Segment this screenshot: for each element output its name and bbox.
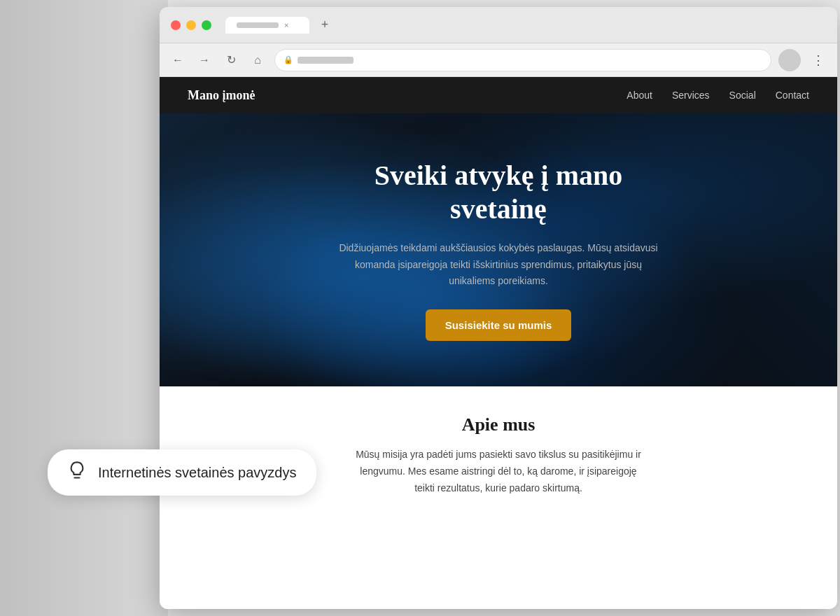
close-traffic-light[interactable]: [171, 20, 181, 30]
url-text: [298, 57, 354, 64]
hero-title: Sveiki atvykę į mano svetainę: [330, 159, 666, 226]
site-logo: Mano įmonė: [188, 88, 255, 103]
hero-subtitle: Didžiuojamės teikdami aukščiausios kokyb…: [330, 240, 666, 290]
lock-icon: 🔒: [284, 55, 293, 64]
nav-contact[interactable]: Contact: [776, 90, 809, 101]
browser-window: × + ← → ↻ ⌂ 🔒 ⋮ Mano įmonė About Service…: [160, 7, 837, 609]
about-title: Apie mus: [174, 414, 823, 435]
browser-tab[interactable]: ×: [225, 17, 309, 34]
minimize-traffic-light[interactable]: [186, 20, 196, 30]
reload-button[interactable]: ↻: [221, 50, 241, 70]
hero-content: Sveiki atvykę į mano svetainę Didžiuojam…: [316, 159, 680, 341]
hero-section: Sveiki atvykę į mano svetainę Didžiuojam…: [160, 113, 837, 386]
site-nav-links: About Services Social Contact: [626, 89, 809, 102]
tooltip-text: Internetinės svetainės pavyzdys: [98, 465, 297, 481]
tab-bar: × +: [225, 15, 826, 35]
title-bar: × +: [160, 7, 837, 43]
site-navigation: Mano įmonė About Services Social Contact: [160, 77, 837, 113]
home-button[interactable]: ⌂: [248, 50, 267, 70]
back-button[interactable]: ←: [168, 50, 188, 70]
tab-close-button[interactable]: ×: [284, 21, 288, 29]
nav-social[interactable]: Social: [729, 90, 756, 101]
nav-about[interactable]: About: [626, 90, 652, 101]
profile-button[interactable]: [778, 49, 801, 71]
forward-button[interactable]: →: [195, 50, 214, 70]
about-text: Mūsų misija yra padėti jums pasiekti sav…: [351, 447, 645, 496]
hero-cta-button[interactable]: Susisiekite su mumis: [426, 309, 572, 341]
maximize-traffic-light[interactable]: [202, 20, 211, 30]
nav-services[interactable]: Services: [672, 90, 710, 101]
tab-label: [237, 22, 279, 28]
url-bar[interactable]: 🔒: [274, 49, 771, 71]
traffic-lights: [171, 20, 211, 30]
tooltip-overlay: Internetinės svetainės pavyzdys: [48, 449, 316, 496]
new-tab-button[interactable]: +: [315, 15, 335, 35]
website-content: Mano įmonė About Services Social Contact…: [160, 77, 837, 609]
lightbulb-icon: [67, 461, 87, 484]
browser-menu-button[interactable]: ⋮: [808, 50, 829, 71]
address-bar: ← → ↻ ⌂ 🔒 ⋮: [160, 43, 837, 77]
